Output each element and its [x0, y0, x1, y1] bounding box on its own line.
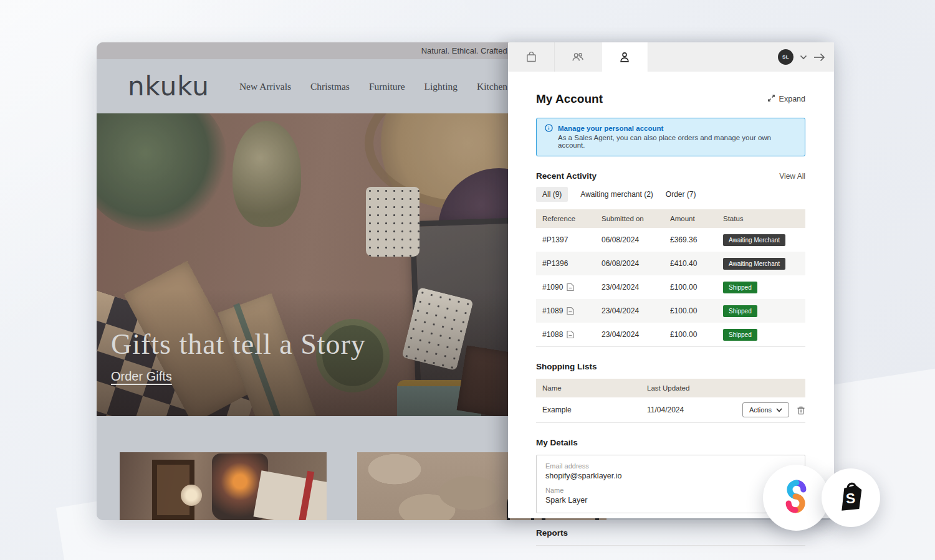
order-date: 23/04/2024 [595, 306, 664, 315]
order-reference[interactable]: #1089 [542, 306, 563, 315]
sparklayer-logo-icon [777, 475, 815, 520]
actions-label: Actions [749, 406, 772, 414]
collapse-arrow-icon[interactable] [813, 53, 825, 62]
shopify-bag-icon: S [834, 479, 868, 516]
chevron-down-icon[interactable] [800, 55, 807, 60]
nkuku-logo[interactable]: nkuku [128, 71, 209, 102]
tab-customers[interactable] [555, 42, 602, 72]
view-all-link[interactable]: View All [779, 172, 805, 181]
chevron-down-icon [776, 406, 782, 414]
status-badge: Awaiting Merchant [723, 258, 785, 270]
tab-cart[interactable] [508, 42, 555, 72]
panel-tab-bar-right: SL [778, 42, 834, 72]
order-amount: £100.00 [664, 306, 717, 315]
sparklayer-account-panel: SL My Account [508, 42, 834, 518]
document-icon[interactable] [567, 306, 574, 315]
reports-section-top-border [536, 545, 805, 549]
actions-dropdown[interactable]: Actions [742, 402, 789, 417]
order-amount: £369.36 [664, 235, 717, 244]
order-amount: £410.40 [664, 259, 717, 268]
order-reference[interactable]: #1090 [542, 283, 563, 292]
recent-activity-title: Recent Activity [536, 171, 597, 181]
email-value: shopify@sparklayer.io [545, 472, 796, 480]
user-icon [618, 50, 631, 64]
tab-my-account[interactable] [602, 42, 648, 72]
filter-order[interactable]: Order (7) [666, 187, 696, 202]
name-field: Name Spark Layer [545, 486, 796, 505]
expand-label: Expand [779, 95, 805, 103]
table-row[interactable]: #P1396 06/08/2024 £410.40 Awaiting Merch… [536, 252, 805, 275]
info-banner: Manage your personal account As a Sales … [536, 118, 805, 156]
sparklayer-logo-badge [763, 465, 829, 531]
announcement-text: Natural. Ethical. Crafted. [421, 46, 510, 55]
name-label: Name [545, 486, 796, 494]
header-last-updated: Last Updated [641, 379, 805, 397]
hero-copy: Gifts that tell a Story Order Gifts [111, 328, 366, 384]
list-item[interactable]: Example 11/04/2024 Actions [536, 397, 805, 422]
hero-title: Gifts that tell a Story [111, 328, 366, 361]
document-icon[interactable] [567, 330, 574, 339]
table-row[interactable]: #1090 23/04/2024 £100.00 Shipped [536, 275, 805, 299]
status-badge: Shipped [723, 329, 757, 341]
nav-item-lighting[interactable]: Lighting [424, 81, 458, 92]
users-icon [571, 50, 585, 64]
order-date: 23/04/2024 [595, 283, 664, 292]
svg-text:S: S [845, 490, 856, 506]
table-row[interactable]: #P1397 06/08/2024 £369.36 Awaiting Merch… [536, 228, 805, 252]
header-name: Name [536, 379, 641, 397]
table-header: Reference Submitted on Amount Status [536, 209, 805, 228]
nav-item-new-arrivals[interactable]: New Arrivals [239, 81, 291, 92]
status-badge: Shipped [723, 305, 757, 317]
order-reference[interactable]: #P1397 [542, 235, 568, 244]
nav-item-furniture[interactable]: Furniture [369, 81, 405, 92]
order-gifts-link[interactable]: Order Gifts [111, 369, 172, 384]
list-name: Example [536, 406, 641, 414]
reports-title: Reports [536, 528, 568, 538]
order-reference[interactable]: #1088 [542, 330, 563, 339]
page-title: My Account [536, 92, 603, 106]
header-amount: Amount [664, 209, 717, 228]
promo-image-candles[interactable] [120, 452, 327, 520]
avatar[interactable]: SL [778, 49, 794, 65]
document-icon[interactable] [567, 283, 574, 292]
order-amount: £100.00 [664, 283, 717, 292]
email-field: Email address shopify@sparklayer.io [545, 462, 796, 480]
nav-item-christmas[interactable]: Christmas [310, 81, 350, 92]
shopping-lists-table: Name Last Updated Example 11/04/2024 Act… [536, 379, 805, 423]
info-banner-body: As a Sales Agent, you can also place ord… [558, 134, 796, 149]
panel-tab-bar: SL [508, 42, 834, 72]
table-row[interactable]: #1088 23/04/2024 £100.00 Shipped [536, 323, 805, 346]
list-updated: 11/04/2024 [641, 406, 742, 414]
promo-tealight [181, 485, 202, 506]
info-banner-title: Manage your personal account [558, 125, 663, 132]
status-badge: Awaiting Merchant [723, 234, 785, 246]
order-reference[interactable]: #P1396 [542, 259, 568, 268]
table-row[interactable]: #1089 23/04/2024 £100.00 Shipped [536, 299, 805, 323]
delete-list-icon[interactable] [797, 406, 805, 415]
expand-button[interactable]: Expand [767, 94, 805, 104]
name-value: Spark Layer [545, 496, 796, 505]
filter-all[interactable]: All (9) [536, 187, 568, 202]
my-details-title: My Details [536, 438, 578, 447]
order-date: 06/08/2024 [595, 259, 664, 268]
expand-icon [767, 94, 775, 104]
order-amount: £100.00 [664, 330, 717, 339]
shopping-lists-title: Shopping Lists [536, 362, 597, 371]
filter-awaiting-merchant[interactable]: Awaiting merchant (2) [580, 187, 653, 202]
promo-gift [253, 470, 327, 520]
header-submitted-on: Submitted on [595, 209, 664, 228]
order-date: 23/04/2024 [595, 330, 664, 339]
header-status: Status [717, 209, 805, 228]
email-label: Email address [545, 462, 796, 470]
header-reference: Reference [536, 209, 595, 228]
table-header: Name Last Updated [536, 379, 805, 397]
shopify-logo-badge: S [822, 468, 880, 527]
order-date: 06/08/2024 [595, 235, 664, 244]
recent-activity-table: Reference Submitted on Amount Status #P1… [536, 209, 805, 347]
desktop-background: Natural. Ethical. Crafted. nkuku New Arr… [0, 0, 935, 560]
activity-filters: All (9) Awaiting merchant (2) Order (7) [536, 187, 805, 202]
info-icon [545, 124, 553, 132]
bag-icon [525, 50, 538, 64]
status-badge: Shipped [723, 282, 757, 293]
